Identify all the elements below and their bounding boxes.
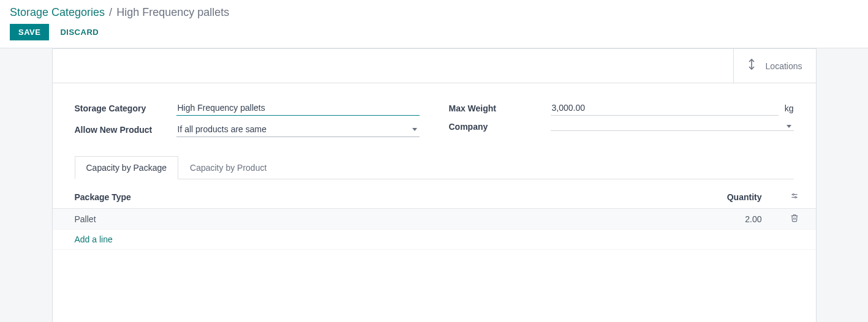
cell-quantity[interactable]: 2.00 <box>492 209 768 230</box>
storage-category-label: Storage Category <box>75 103 176 113</box>
add-line-label[interactable]: Add a line <box>53 230 816 250</box>
col-quantity[interactable]: Quantity <box>492 185 768 209</box>
max-weight-label: Max Weight <box>449 103 551 113</box>
add-line-row[interactable]: Add a line <box>53 230 816 250</box>
company-label: Company <box>449 122 551 132</box>
discard-button[interactable]: DISCARD <box>60 28 99 37</box>
max-weight-input[interactable] <box>551 100 779 116</box>
breadcrumb-current: High Frequency pallets <box>116 6 229 18</box>
tab-capacity-by-product[interactable]: Capacity by Product <box>178 156 278 179</box>
company-select[interactable] <box>551 122 794 131</box>
allow-new-product-label: Allow New Product <box>75 125 176 135</box>
col-package-type[interactable]: Package Type <box>53 185 493 209</box>
arrows-vertical-icon <box>747 58 756 73</box>
breadcrumb-separator: / <box>109 6 112 18</box>
locations-stat-button[interactable]: Locations <box>733 49 816 83</box>
breadcrumb-parent[interactable]: Storage Categories <box>10 6 105 18</box>
filter-columns-icon[interactable] <box>790 192 799 202</box>
chevron-down-icon <box>412 128 417 131</box>
locations-label: Locations <box>766 61 802 71</box>
tab-capacity-by-package[interactable]: Capacity by Package <box>75 156 179 179</box>
cell-package-type[interactable]: Pallet <box>53 209 493 230</box>
chevron-down-icon <box>787 125 791 128</box>
allow-new-product-value: If all products are same <box>178 124 412 134</box>
svg-point-3 <box>793 194 794 195</box>
breadcrumb: Storage Categories / High Frequency pall… <box>10 6 858 19</box>
save-button[interactable]: SAVE <box>10 24 49 40</box>
max-weight-unit: kg <box>785 103 794 113</box>
trash-icon[interactable] <box>790 214 799 224</box>
storage-category-input[interactable] <box>176 100 420 116</box>
allow-new-product-select[interactable]: If all products are same <box>176 122 420 137</box>
table-row[interactable]: Pallet 2.00 <box>53 209 816 230</box>
svg-point-4 <box>794 197 796 198</box>
form-sheet: Locations Storage Category Allow New Pro… <box>52 48 817 322</box>
